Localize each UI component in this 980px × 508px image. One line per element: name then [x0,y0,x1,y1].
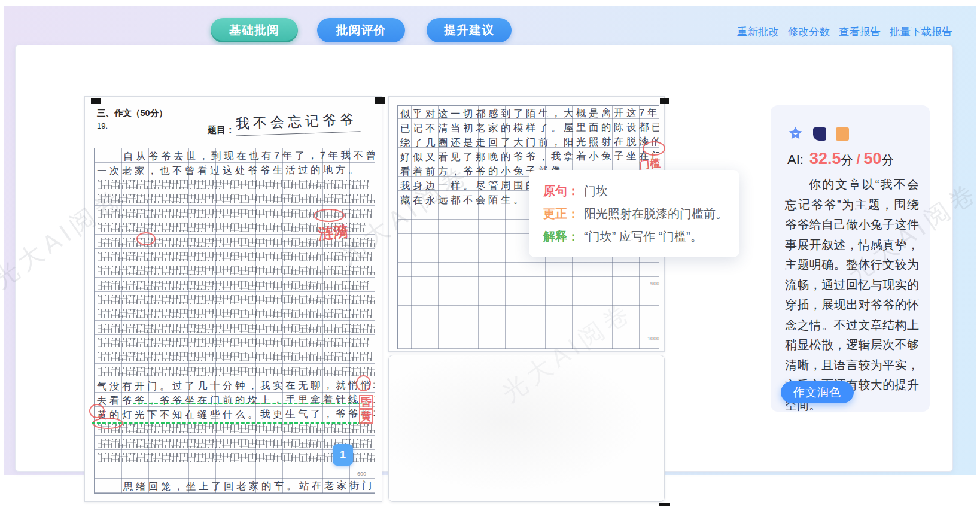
empty-grid-row [398,278,659,293]
original-sentence-label: 原句： [543,184,579,197]
error-circle-annotation[interactable] [643,141,665,156]
correction-text: 阳光照射在脱漆的门槛前。 [584,207,728,220]
handwriting-scribble [98,352,372,361]
error-circle-annotation[interactable] [356,375,371,391]
handwritten-line: 绕了几圈还是走回了大门前，阳光照射在脱漆的门坎前 [398,134,659,150]
handwriting-scribble-row [95,349,375,364]
error-circle-annotation[interactable] [89,404,105,418]
correction-stamp: 昏黄 [359,395,382,424]
link-modify-score[interactable]: 修改分数 [788,25,830,39]
highlight-underline [92,422,367,424]
tooltip-row-original: 原句：门坎 [543,182,725,200]
score-icon-row [787,126,849,142]
handwriting-scribble [98,439,372,448]
link-view-report[interactable]: 查看报告 [839,25,881,39]
link-re-grade[interactable]: 重新批改 [737,25,779,39]
total-score-unit: 分 [882,152,894,168]
question-number: 19. [97,121,108,130]
score-separator: / [856,152,860,168]
handwriting-scribble [98,324,375,333]
error-circle-annotation[interactable] [314,209,345,222]
page-number-badge[interactable]: 1 [333,444,353,466]
word-count-marker: 1000 [647,336,659,342]
handwriting-scribble-row [95,321,375,335]
essay-scan-page-1: 三、作文（50分） 19. 题目： 我不会忘记爷爷 自从爷爷去世，到现在也有7年… [84,96,382,502]
registration-mark [659,503,670,506]
total-score-value: 50 [864,150,882,168]
handwriting-scribble-row [95,263,375,278]
handwriting-scribble [98,424,375,433]
highlight-underline [133,403,367,404]
original-sentence-text: 门坎 [584,184,608,197]
score-unit: 分 [841,152,853,168]
orange-square-icon [836,127,849,141]
manuscript-grid: 自从爷爷去世，到现在也有7年了，7年我不曾回过一次老家，也不曾看过这处爷爷生活过… [94,148,375,494]
handwriting-scribble-row [95,292,375,306]
essay-polish-button[interactable]: 作文润色 [781,381,854,403]
ai-score-value: 32.5 [809,150,841,168]
toolbar-links: 重新批改 修改分数 查看报告 批量下载报告 [737,25,952,39]
handwritten-line: 气没有开门。过了几十分钟，我实在无聊，就悄悄地走 [95,378,375,393]
empty-grid-row [398,336,659,350]
handwriting-scribble [98,266,375,275]
handwritten-line: 似乎对这一切都感到了陌生，大概是离开这7年了吧，早 [398,105,659,121]
handwritten-line: 去看爷爷，爷爷坐在门前的坎上，手里拿着针线，靠着昏 [95,392,375,407]
link-batch-download-report[interactable]: 批量下载报告 [890,25,952,39]
navy-square-icon [813,127,826,141]
explanation-label: 解释： [543,230,579,243]
handwriting-scribble-row [95,306,375,321]
handwriting-scribble-row [95,191,375,206]
tab-basic-review[interactable]: 基础批阅 [211,18,298,42]
star-smile-icon [787,126,804,142]
stamp-char: 昏 [359,395,373,409]
empty-grid-row [398,293,659,307]
stamp-char: 黄 [359,409,373,424]
empty-grid-row [95,464,375,479]
ai-feedback-text: 你的文章以“我不会忘记爷爷”为主题，围绕爷爷给自己做小兔子这件事展开叙述，情感真… [785,175,919,415]
empty-grid-row [398,264,659,278]
ai-label: AI: [787,152,804,168]
registration-mark [375,97,385,104]
handwriting-scribble [98,180,369,189]
handwriting-scribble-row [95,335,375,349]
handwritten-line: 思绪回笼，坐上了回老家的车。站在老家街门前，我 [95,478,375,494]
essay-scan-blank-section [388,355,665,502]
correction-tooltip: 原句：门坎 更正：阳光照射在脱漆的门槛前。 解释：“门坎” 应写作 “门槛”。 [529,170,739,257]
handwritten-line: 自从爷爷去世，到现在也有7年了，7年我不曾回过 [95,148,375,163]
main-content-panel: 三、作文（50分） 19. 题目： 我不会忘记爷爷 自从爷爷去世，到现在也有7年… [15,45,953,472]
handwritten-line: 黄的灯光下不知在缝些什么。我更生气了，爷爷根本没 [95,406,375,422]
handwritten-line: 好似又看见了那晚的爷爷，我拿着小兔子坐在门槛前 [398,148,659,164]
empty-grid-row [398,321,659,336]
handwriting-scribble-row [95,177,375,191]
tooltip-row-correction: 更正：阳光照射在脱漆的门槛前。 [543,205,725,223]
handwritten-line: 已记不清当初老家的模样了。屋里面的陈设都已落了灰， [398,120,659,135]
handwritten-line: 一次老家，也不曾看过这处爷爷生活过的地方。 [95,162,375,178]
tab-improvement-suggestions[interactable]: 提升建议 [427,18,512,42]
correction-stamp: 涟漪 [317,221,349,244]
handwriting-scribble-row [95,249,375,263]
correction-label: 更正： [543,207,579,220]
title-label: 题目： [208,124,235,136]
handwriting-scribble [98,281,369,290]
registration-mark [91,98,101,104]
handwriting-scribble [98,194,375,203]
handwriting-scribble-row [95,364,375,378]
handwriting-scribble [98,367,375,376]
section-heading: 三、作文（50分） [97,108,168,119]
error-circle-annotation[interactable] [136,232,156,245]
ai-score-card: AI: 32.5 分 / 50 分 你的文章以“我不会忘记爷爷”为主题，围绕爷爷… [771,105,930,412]
empty-grid-row [398,307,659,321]
tab-review-comment[interactable]: 批阅评价 [317,18,405,42]
handwriting-scribble [98,309,372,318]
handwriting-scribble-row [95,278,375,292]
registration-mark [660,98,669,104]
handwritten-essay-title: 我不会忘记爷爷 [235,110,360,136]
word-count-marker: 900 [650,281,659,287]
ai-score-line: AI: 32.5 分 / 50 分 [787,150,894,168]
handwriting-scribble [98,338,369,347]
explanation-text: “门坎” 应写作 “门槛”。 [584,230,702,243]
essay-review-app: 光大AI阅卷 光大AI阅卷 光大AI阅卷 光大AI阅卷 基础批阅 批阅评价 提升… [0,0,980,508]
word-count-marker: 600 [357,471,366,477]
handwriting-scribble [98,252,372,261]
handwriting-scribble [98,295,375,304]
